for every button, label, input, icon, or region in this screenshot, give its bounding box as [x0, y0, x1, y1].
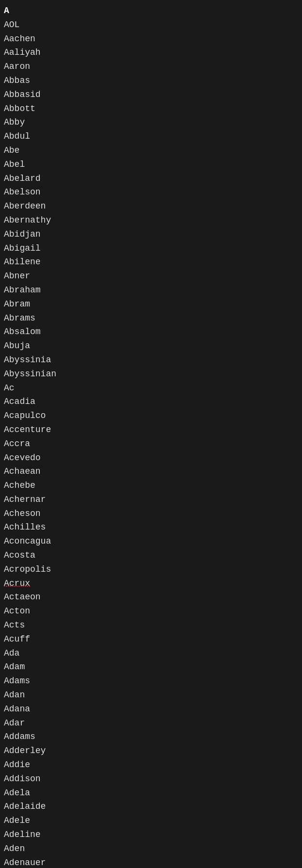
list-item: Accenture	[4, 423, 298, 437]
list-item: Abbasid	[4, 88, 298, 102]
word-list: AAOLAachenAaliyahAaronAbbasAbbasidAbbott…	[4, 4, 298, 868]
list-item: Adelaide	[4, 800, 298, 814]
list-item: Achebe	[4, 479, 298, 493]
list-item: Acadia	[4, 395, 298, 409]
list-item: Abel	[4, 158, 298, 172]
list-item: Adams	[4, 674, 298, 688]
list-item: Ada	[4, 646, 298, 660]
list-item: Abram	[4, 297, 298, 311]
list-item: Abbott	[4, 102, 298, 116]
list-item: A	[4, 4, 298, 18]
list-item: Adele	[4, 814, 298, 828]
list-item: Acosta	[4, 548, 298, 563]
list-item: Abdul	[4, 129, 298, 144]
list-item: Acton	[4, 604, 298, 618]
list-item: Acropolis	[4, 563, 298, 577]
list-item: Acuff	[4, 632, 298, 646]
list-item: Adar	[4, 716, 298, 730]
list-item: Aaron	[4, 60, 298, 74]
list-item: Aaliyah	[4, 46, 298, 60]
list-item: Abby	[4, 115, 298, 129]
list-item: Addams	[4, 730, 298, 744]
list-item: Adela	[4, 786, 298, 800]
list-item: Achernar	[4, 493, 298, 507]
list-item: Abraham	[4, 283, 298, 297]
list-item: Adderley	[4, 744, 298, 758]
list-item: Aconcagua	[4, 534, 298, 548]
list-item: Aachen	[4, 32, 298, 46]
list-item: Adenauer	[4, 856, 298, 868]
list-item: Addison	[4, 772, 298, 786]
list-item: Ac	[4, 381, 298, 395]
list-item: Abilene	[4, 255, 298, 269]
list-item: Abernathy	[4, 213, 298, 227]
list-item: Absalom	[4, 325, 298, 339]
list-item: Abbas	[4, 74, 298, 88]
list-item: Accra	[4, 437, 298, 451]
list-item: Acts	[4, 618, 298, 632]
list-item: Abner	[4, 269, 298, 283]
list-item: Abidjan	[4, 227, 298, 241]
list-item: Abe	[4, 144, 298, 158]
list-item: AOL	[4, 18, 298, 32]
list-item: Aden	[4, 842, 298, 856]
list-item: Abrams	[4, 311, 298, 325]
list-item: Abelard	[4, 172, 298, 186]
list-item: Abuja	[4, 339, 298, 353]
list-item: Adana	[4, 702, 298, 716]
list-item: Abyssinia	[4, 353, 298, 367]
list-item: Acevedo	[4, 451, 298, 465]
list-item: Achaean	[4, 465, 298, 479]
list-item: Actaeon	[4, 590, 298, 604]
list-item: Abigail	[4, 241, 298, 256]
list-item: Adan	[4, 688, 298, 702]
list-item: Achilles	[4, 520, 298, 534]
list-item: Aberdeen	[4, 199, 298, 213]
list-item: Abelson	[4, 185, 298, 199]
list-item: Adam	[4, 660, 298, 674]
list-item: Acheson	[4, 507, 298, 521]
list-item: Adeline	[4, 828, 298, 842]
list-item: Abyssinian	[4, 367, 298, 381]
list-item: Addie	[4, 758, 298, 772]
list-item: Acapulco	[4, 409, 298, 423]
list-item: Acrux	[4, 577, 298, 591]
